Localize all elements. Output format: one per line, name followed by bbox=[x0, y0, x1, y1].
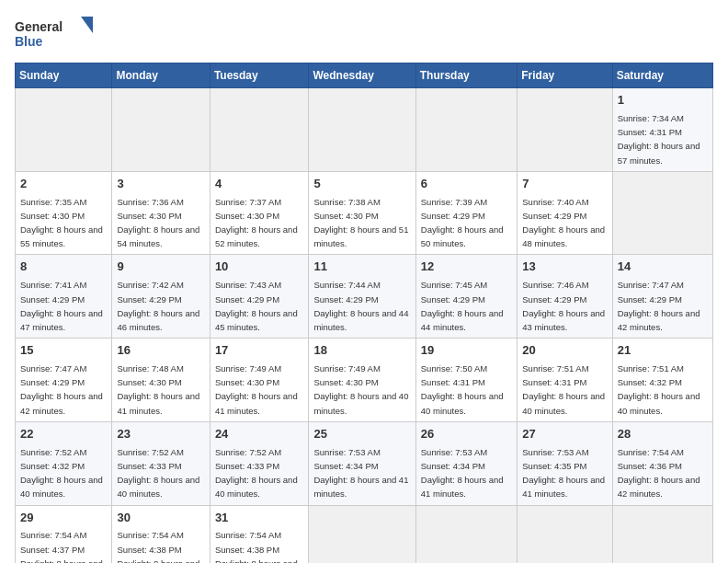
page-header: General Blue bbox=[15, 15, 713, 52]
day-info: Sunrise: 7:47 AMSunset: 4:29 PMDaylight:… bbox=[618, 280, 700, 332]
day-info: Sunrise: 7:51 AMSunset: 4:31 PMDaylight:… bbox=[522, 363, 605, 416]
empty-cell bbox=[612, 505, 712, 563]
day-number: 21 bbox=[618, 342, 708, 360]
day-info: Sunrise: 7:54 AMSunset: 4:37 PMDaylight:… bbox=[20, 530, 103, 563]
day-number: 1 bbox=[618, 92, 708, 109]
calendar-week-row: 15Sunrise: 7:47 AMSunset: 4:29 PMDayligh… bbox=[16, 339, 713, 422]
calendar-day-cell: 11Sunrise: 7:44 AMSunset: 4:29 PMDayligh… bbox=[309, 255, 415, 339]
empty-cell bbox=[518, 505, 612, 563]
day-info: Sunrise: 7:36 AMSunset: 4:30 PMDaylight:… bbox=[117, 197, 199, 249]
day-number: 23 bbox=[117, 426, 204, 443]
day-info: Sunrise: 7:47 AMSunset: 4:29 PMDaylight:… bbox=[20, 363, 103, 416]
day-number: 27 bbox=[522, 426, 607, 443]
calendar-day-cell: 6Sunrise: 7:39 AMSunset: 4:29 PMDaylight… bbox=[415, 171, 517, 255]
calendar-day-cell: 9Sunrise: 7:42 AMSunset: 4:29 PMDaylight… bbox=[112, 255, 210, 339]
empty-cell bbox=[309, 505, 415, 563]
day-info: Sunrise: 7:54 AMSunset: 4:38 PMDaylight:… bbox=[117, 530, 199, 563]
calendar-day-cell: 19Sunrise: 7:50 AMSunset: 4:31 PMDayligh… bbox=[415, 339, 517, 422]
empty-cell bbox=[518, 88, 612, 172]
calendar-day-cell: 29Sunrise: 7:54 AMSunset: 4:37 PMDayligh… bbox=[16, 505, 112, 563]
day-info: Sunrise: 7:49 AMSunset: 4:30 PMDaylight:… bbox=[215, 363, 298, 416]
day-info: Sunrise: 7:43 AMSunset: 4:29 PMDaylight:… bbox=[215, 280, 298, 332]
calendar-day-cell: 3Sunrise: 7:36 AMSunset: 4:30 PMDaylight… bbox=[112, 171, 210, 255]
day-info: Sunrise: 7:52 AMSunset: 4:32 PMDaylight:… bbox=[20, 447, 103, 500]
svg-text:Blue: Blue bbox=[15, 34, 43, 49]
day-number: 12 bbox=[421, 259, 512, 276]
day-info: Sunrise: 7:38 AMSunset: 4:30 PMDaylight:… bbox=[313, 197, 408, 249]
weekday-header-row: SundayMondayTuesdayWednesdayThursdayFrid… bbox=[16, 63, 713, 88]
calendar-week-row: 22Sunrise: 7:52 AMSunset: 4:32 PMDayligh… bbox=[16, 421, 713, 505]
calendar-day-cell: 14Sunrise: 7:47 AMSunset: 4:29 PMDayligh… bbox=[612, 255, 712, 339]
svg-marker-2 bbox=[81, 17, 93, 33]
day-number: 16 bbox=[117, 342, 204, 360]
weekday-header: Tuesday bbox=[210, 63, 309, 88]
day-number: 10 bbox=[215, 259, 304, 276]
calendar-day-cell: 15Sunrise: 7:47 AMSunset: 4:29 PMDayligh… bbox=[16, 339, 112, 422]
day-number: 3 bbox=[117, 176, 204, 193]
calendar-week-row: 29Sunrise: 7:54 AMSunset: 4:37 PMDayligh… bbox=[16, 505, 713, 563]
logo: General Blue bbox=[15, 15, 97, 52]
logo-svg: General Blue bbox=[15, 15, 97, 52]
empty-cell bbox=[16, 88, 112, 172]
day-number: 9 bbox=[117, 259, 204, 276]
day-number: 4 bbox=[215, 176, 304, 193]
day-info: Sunrise: 7:48 AMSunset: 4:30 PMDaylight:… bbox=[117, 363, 199, 416]
day-number: 14 bbox=[618, 259, 708, 276]
calendar-day-cell: 7Sunrise: 7:40 AMSunset: 4:29 PMDaylight… bbox=[518, 171, 612, 255]
day-number: 18 bbox=[313, 342, 410, 360]
day-number: 20 bbox=[522, 342, 607, 360]
calendar-day-cell: 4Sunrise: 7:37 AMSunset: 4:30 PMDaylight… bbox=[210, 171, 309, 255]
day-number: 31 bbox=[215, 510, 304, 527]
day-info: Sunrise: 7:53 AMSunset: 4:34 PMDaylight:… bbox=[421, 447, 504, 500]
day-info: Sunrise: 7:45 AMSunset: 4:29 PMDaylight:… bbox=[421, 280, 504, 332]
calendar-week-row: 1Sunrise: 7:34 AMSunset: 4:31 PMDaylight… bbox=[16, 88, 713, 172]
weekday-header: Monday bbox=[112, 63, 210, 88]
day-info: Sunrise: 7:40 AMSunset: 4:29 PMDaylight:… bbox=[522, 197, 605, 249]
day-number: 7 bbox=[522, 176, 607, 193]
calendar-day-cell: 22Sunrise: 7:52 AMSunset: 4:32 PMDayligh… bbox=[16, 421, 112, 505]
calendar-week-row: 8Sunrise: 7:41 AMSunset: 4:29 PMDaylight… bbox=[16, 255, 713, 339]
calendar-table: SundayMondayTuesdayWednesdayThursdayFrid… bbox=[15, 63, 713, 563]
calendar-day-cell: 26Sunrise: 7:53 AMSunset: 4:34 PMDayligh… bbox=[415, 421, 517, 505]
day-info: Sunrise: 7:54 AMSunset: 4:38 PMDaylight:… bbox=[215, 530, 298, 563]
calendar-day-cell: 24Sunrise: 7:52 AMSunset: 4:33 PMDayligh… bbox=[210, 421, 309, 505]
day-number: 28 bbox=[618, 426, 708, 443]
calendar-day-cell: 16Sunrise: 7:48 AMSunset: 4:30 PMDayligh… bbox=[112, 339, 210, 422]
calendar-day-cell: 25Sunrise: 7:53 AMSunset: 4:34 PMDayligh… bbox=[309, 421, 415, 505]
day-info: Sunrise: 7:44 AMSunset: 4:29 PMDaylight:… bbox=[313, 280, 408, 332]
day-number: 29 bbox=[20, 510, 107, 527]
day-number: 8 bbox=[20, 259, 107, 276]
day-number: 13 bbox=[522, 259, 607, 276]
day-info: Sunrise: 7:52 AMSunset: 4:33 PMDaylight:… bbox=[117, 447, 199, 500]
day-number: 25 bbox=[313, 426, 410, 443]
day-number: 11 bbox=[313, 259, 410, 276]
calendar-day-cell: 27Sunrise: 7:53 AMSunset: 4:35 PMDayligh… bbox=[518, 421, 612, 505]
calendar-day-cell: 18Sunrise: 7:49 AMSunset: 4:30 PMDayligh… bbox=[309, 339, 415, 422]
day-info: Sunrise: 7:42 AMSunset: 4:29 PMDaylight:… bbox=[117, 280, 199, 332]
day-number: 22 bbox=[20, 426, 107, 443]
day-info: Sunrise: 7:51 AMSunset: 4:32 PMDaylight:… bbox=[618, 363, 700, 416]
day-number: 17 bbox=[215, 342, 304, 360]
empty-cell bbox=[415, 88, 517, 172]
empty-cell bbox=[415, 505, 517, 563]
weekday-header: Friday bbox=[518, 63, 612, 88]
svg-text:General: General bbox=[15, 19, 63, 34]
calendar-day-cell: 23Sunrise: 7:52 AMSunset: 4:33 PMDayligh… bbox=[112, 421, 210, 505]
calendar-day-cell: 12Sunrise: 7:45 AMSunset: 4:29 PMDayligh… bbox=[415, 255, 517, 339]
day-number: 30 bbox=[117, 510, 204, 527]
day-info: Sunrise: 7:50 AMSunset: 4:31 PMDaylight:… bbox=[421, 363, 504, 416]
calendar-day-cell: 21Sunrise: 7:51 AMSunset: 4:32 PMDayligh… bbox=[612, 339, 712, 422]
weekday-header: Thursday bbox=[415, 63, 517, 88]
calendar-day-cell: 1Sunrise: 7:34 AMSunset: 4:31 PMDaylight… bbox=[612, 88, 712, 172]
calendar-day-cell: 8Sunrise: 7:41 AMSunset: 4:29 PMDaylight… bbox=[16, 255, 112, 339]
day-info: Sunrise: 7:53 AMSunset: 4:34 PMDaylight:… bbox=[313, 447, 408, 500]
calendar-day-cell: 31Sunrise: 7:54 AMSunset: 4:38 PMDayligh… bbox=[210, 505, 309, 563]
calendar-day-cell: 30Sunrise: 7:54 AMSunset: 4:38 PMDayligh… bbox=[112, 505, 210, 563]
day-info: Sunrise: 7:49 AMSunset: 4:30 PMDaylight:… bbox=[313, 363, 408, 416]
day-info: Sunrise: 7:35 AMSunset: 4:30 PMDaylight:… bbox=[20, 197, 103, 249]
day-info: Sunrise: 7:41 AMSunset: 4:29 PMDaylight:… bbox=[20, 280, 103, 332]
weekday-header: Saturday bbox=[612, 63, 712, 88]
empty-cell bbox=[112, 88, 210, 172]
day-number: 19 bbox=[421, 342, 512, 360]
calendar-day-cell: 17Sunrise: 7:49 AMSunset: 4:30 PMDayligh… bbox=[210, 339, 309, 422]
